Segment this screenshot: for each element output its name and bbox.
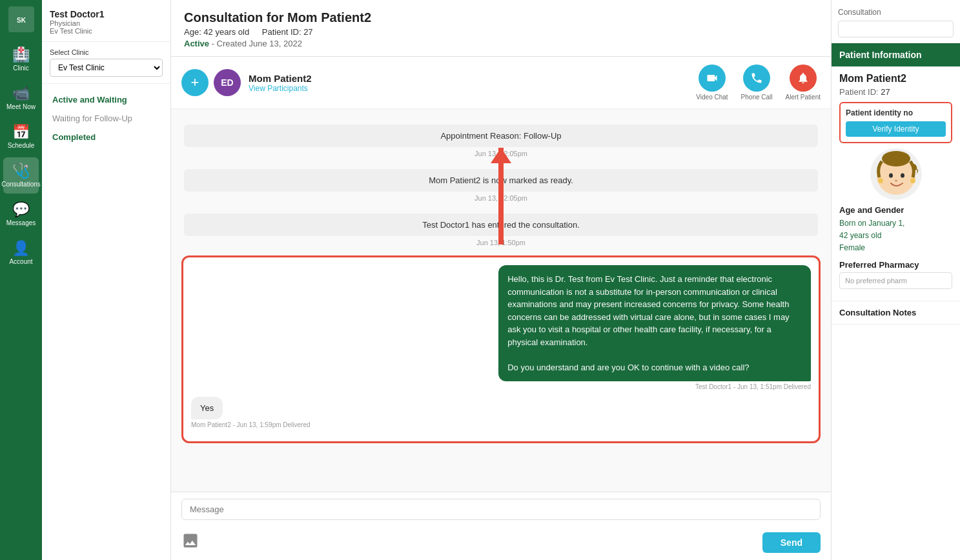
patient-avatar-area <box>839 148 952 200</box>
age-gender-value: Born on January 1, 42 years old Female <box>839 217 952 255</box>
participant-name: Mom Patient2 <box>249 73 312 84</box>
patient-id-line: Patient ID: 27 <box>839 87 952 97</box>
message-footer: Send <box>171 526 831 560</box>
chat-highlighted-area: Hello, this is Dr. Test from Ev Test Cli… <box>181 255 821 443</box>
doctor-message-row: Hello, this is Dr. Test from Ev Test Cli… <box>191 265 811 390</box>
clinic-select[interactable]: Ev Test Clinic <box>50 59 163 77</box>
system-message-box-2: Test Doctor1 has entered the consultatio… <box>184 214 818 236</box>
video-chat-label: Video Chat <box>696 94 728 101</box>
doctor-name: Test Doctor1 <box>50 9 163 19</box>
identity-label: Patient identity no <box>846 108 946 117</box>
select-clinic-label: Select Clinic <box>50 48 163 56</box>
main-content: Consultation for Mom Patient2 Age: 42 ye… <box>171 0 831 560</box>
sidebar-label-consultations: Consultations <box>1 181 41 188</box>
system-message-box-1: Mom Patient2 is now marked as ready. <box>184 169 818 192</box>
patient-bubble: Yes <box>191 397 223 419</box>
sidebar: SK 🏥 Clinic 📹 Meet Now 📅 Schedule 🩺 Cons… <box>0 0 42 560</box>
consultation-input-field[interactable] <box>838 21 954 37</box>
sidebar-item-clinic[interactable]: 🏥 Clinic <box>3 41 39 77</box>
send-button[interactable]: Send <box>762 532 821 553</box>
svg-point-8 <box>895 180 897 182</box>
participant-avatar: ED <box>214 69 241 96</box>
participants-bar: + ED Mom Patient2 View Participants Vide… <box>171 57 831 109</box>
right-panel-top: Consultation <box>832 0 960 43</box>
schedule-icon: 📅 <box>12 124 30 141</box>
system-timestamp-2: Jun 13, 1:50pm <box>184 239 818 246</box>
patient-id-label: Patient ID: <box>262 27 301 37</box>
patient-id-right-label: Patient ID: <box>839 87 879 97</box>
status-active-label: Active <box>184 39 209 48</box>
phone-call-button[interactable]: Phone Call <box>741 65 773 101</box>
patient-message-text: Yes <box>200 403 214 413</box>
nav-menu-item-completed[interactable]: Completed <box>50 128 163 146</box>
consultation-header: Consultation for Mom Patient2 Age: 42 ye… <box>171 0 831 57</box>
svg-point-6 <box>878 178 883 183</box>
system-message-2: Test Doctor1 has entered the consultatio… <box>171 205 831 249</box>
clinic-icon: 🏥 <box>12 46 30 63</box>
clinic-selector-area: Select Clinic Ev Test Clinic <box>42 42 170 84</box>
message-input-row <box>181 499 821 520</box>
status-created-label: - Created June 13, 2022 <box>212 39 302 48</box>
system-message-0: Appointment Reason: Follow-Up Jun 13, 12… <box>171 115 831 160</box>
participant-info: Mom Patient2 View Participants <box>249 73 312 93</box>
system-message-text-2: Test Doctor1 has entered the consultatio… <box>422 220 580 230</box>
age-gender-label: Age and Gender <box>839 205 952 215</box>
svg-point-7 <box>910 178 915 183</box>
patient-info-body: Mom Patient2 Patient ID: 27 Patient iden… <box>832 66 960 301</box>
alert-patient-button[interactable]: Alert Patient <box>786 65 821 101</box>
sidebar-item-meet-now[interactable]: 📹 Meet Now <box>3 80 39 116</box>
phone-call-icon <box>743 65 770 92</box>
account-icon: 👤 <box>12 240 30 257</box>
consultation-title: Consultation for Mom Patient2 <box>184 10 818 25</box>
add-participant-button[interactable]: + <box>181 69 209 96</box>
right-panel-top-label: Consultation <box>838 8 954 17</box>
meet-now-icon: 📹 <box>12 85 30 102</box>
doctor-clinic: Ev Test Clinic <box>50 27 163 35</box>
doctor-message-text: Hello, this is Dr. Test from Ev Test Cli… <box>507 274 789 372</box>
system-message-box-0: Appointment Reason: Follow-Up <box>184 125 818 147</box>
doctor-role: Physician <box>50 19 163 27</box>
nav-menu-item-waiting-followup[interactable]: Waiting for Follow-Up <box>50 109 163 128</box>
sidebar-item-schedule[interactable]: 📅 Schedule <box>3 119 39 155</box>
view-participants-link[interactable]: View Participants <box>249 84 312 93</box>
patient-id-meta: Patient ID: 27 <box>262 27 313 37</box>
consult-notes-header: Consultation Notes <box>832 301 960 325</box>
sidebar-item-consultations[interactable]: 🩺 Consultations <box>3 157 39 194</box>
patient-avatar-image <box>870 148 922 200</box>
action-buttons: Video Chat Phone Call Alert Patient <box>696 65 821 101</box>
verify-identity-button[interactable]: Verify Identity <box>846 121 946 137</box>
alert-patient-label: Alert Patient <box>786 94 821 101</box>
svg-text:SK: SK <box>17 17 26 24</box>
phone-call-label: Phone Call <box>741 94 773 101</box>
sidebar-label-account: Account <box>9 258 32 266</box>
messages-icon: 💬 <box>12 201 30 218</box>
nav-menu-item-active-waiting[interactable]: Active and Waiting <box>50 90 163 109</box>
pharmacy-label: Preferred Pharmacy <box>839 260 952 270</box>
system-timestamp-1: Jun 13, 12:05pm <box>184 194 818 202</box>
patient-message-meta: Mom Patient2 - Jun 13, 1:59pm Delivered <box>191 421 311 428</box>
svg-point-4 <box>889 174 893 178</box>
patient-age: Age: 42 years old <box>184 27 249 37</box>
system-message-1: Mom Patient2 is now marked as ready. Jun… <box>171 160 831 205</box>
message-input[interactable] <box>190 505 812 514</box>
messages-area: Appointment Reason: Follow-Up Jun 13, 12… <box>171 109 831 492</box>
born-value: Born on January 1, <box>839 217 952 230</box>
attachment-icon[interactable] <box>181 532 199 554</box>
doctor-info: Test Doctor1 Physician Ev Test Clinic <box>42 0 170 42</box>
sidebar-item-messages[interactable]: 💬 Messages <box>3 196 39 232</box>
video-chat-button[interactable]: Video Chat <box>696 65 728 101</box>
video-chat-icon <box>699 65 726 92</box>
gender-value: Female <box>839 242 952 254</box>
patient-id-value: 27 <box>303 27 312 37</box>
sidebar-label-schedule: Schedule <box>8 142 35 150</box>
patient-message-row: Yes Mom Patient2 - Jun 13, 1:59pm Delive… <box>191 397 811 428</box>
age-value: 42 years old <box>839 230 952 242</box>
sidebar-item-account[interactable]: 👤 Account <box>3 235 39 271</box>
messages-scroll: Appointment Reason: Follow-Up Jun 13, 12… <box>171 109 831 456</box>
svg-point-3 <box>882 151 910 166</box>
patient-name-large: Mom Patient2 <box>839 73 952 85</box>
doctor-message-meta: Test Doctor1 - Jun 13, 1:51pm Delivered <box>695 383 811 390</box>
sidebar-label-meet-now: Meet Now <box>6 103 36 111</box>
right-panel: Consultation Patient Information Mom Pat… <box>831 0 960 560</box>
patient-id-right-value: 27 <box>881 87 890 97</box>
